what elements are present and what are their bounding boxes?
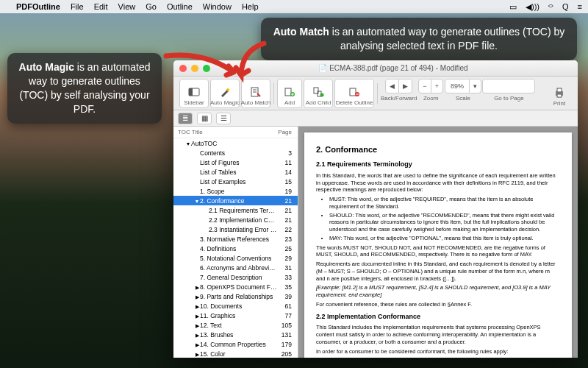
scale-dropdown-icon[interactable]: ▾: [469, 79, 481, 93]
document-window: 📄 ECMA-388.pdf (page 21 of 494) - Modifi…: [173, 60, 578, 358]
menu-outline[interactable]: Outline: [167, 2, 193, 11]
go-to-page-control: Go to Page: [483, 79, 535, 108]
go-to-page-field[interactable]: [482, 79, 535, 93]
menu-edit[interactable]: Edit: [94, 2, 108, 11]
volume-icon[interactable]: ◀))): [526, 2, 539, 12]
view-outline-button[interactable]: ≣: [178, 113, 193, 124]
toc-row[interactable]: ▼2. Conformance21: [173, 196, 298, 205]
scale-control: 89% ▾ Scale: [445, 79, 481, 108]
menu-file[interactable]: File: [71, 2, 84, 11]
menu-view[interactable]: View: [118, 2, 136, 11]
subsection-heading: 2.1 Requirements Terminology: [316, 160, 560, 169]
callout-automatch: Auto Match is an automated way to genera…: [261, 18, 577, 60]
toc-row[interactable]: ▶10. Documents61: [173, 301, 298, 311]
macos-menubar: PDFOutline File Edit View Go Outline Win…: [0, 0, 588, 13]
view-mode-toolbar: ≣ ▦ ☰: [173, 110, 578, 127]
toc-row[interactable]: List of Examples15: [173, 177, 298, 186]
add-button[interactable]: Add: [277, 79, 302, 108]
toc-row[interactable]: 2.2 Implementation Conformance21: [173, 215, 298, 224]
view-thumbnails-button[interactable]: ▦: [197, 113, 212, 124]
toc-row[interactable]: 3. Normative References23: [173, 234, 298, 244]
toc-row[interactable]: ▶13. Brushes131: [173, 330, 298, 339]
scale-value-field[interactable]: 89%: [445, 79, 470, 93]
toc-row[interactable]: 2.3 Instantiating Error Conditions22: [173, 224, 298, 234]
delete-outline-button[interactable]: Delete Outline: [334, 79, 374, 108]
toc-row[interactable]: 6. Acronyms and Abbreviations31: [173, 263, 298, 272]
toc-row[interactable]: ▶14. Common Properties179: [173, 339, 298, 349]
svg-rect-14: [557, 94, 562, 97]
svg-rect-13: [557, 88, 562, 92]
toc-row[interactable]: List of Tables14: [173, 167, 298, 177]
toc-row[interactable]: 7. General Description33: [173, 272, 298, 282]
pdf-page-content: 2. Conformance 2.1 Requirements Terminol…: [304, 132, 572, 358]
toc-row[interactable]: Contents3: [173, 148, 298, 158]
svg-rect-5: [285, 88, 291, 96]
toc-sidebar[interactable]: TOC TitlePage ▼AutoTOCContents3List of F…: [173, 127, 298, 358]
arrow-automatch: [231, 40, 275, 84]
toc-row[interactable]: 4. Definitions25: [173, 244, 298, 253]
forward-button[interactable]: ▶: [398, 79, 412, 93]
zoom-out-button[interactable]: −: [418, 79, 431, 93]
zoom-segment: − + Zoom: [418, 79, 443, 108]
toc-row[interactable]: ▶15. Color205: [173, 349, 298, 358]
menu-window[interactable]: Window: [203, 2, 232, 11]
view-list-button[interactable]: ☰: [216, 113, 231, 124]
back-forward-segment: ◀ ▶ Back/Forward: [381, 79, 417, 108]
menu-help[interactable]: Help: [242, 2, 259, 11]
subsection-heading: 2.2 Implementation Conformance: [316, 313, 560, 322]
wifi-icon[interactable]: ⌔: [548, 2, 553, 12]
toc-row[interactable]: ▼AutoTOC: [173, 138, 298, 148]
zoom-in-button[interactable]: +: [431, 79, 443, 93]
toc-row[interactable]: List of Figures11: [173, 158, 298, 167]
toc-row[interactable]: ▶11. Graphics77: [173, 311, 298, 320]
app-name-menu[interactable]: PDFOutline: [16, 2, 60, 11]
svg-point-9: [320, 93, 324, 96]
menubar-status-icons: ▭ ◀))) ⌔ Q ≡: [509, 2, 582, 12]
menu-icon[interactable]: ≡: [578, 2, 582, 12]
toc-header: TOC TitlePage: [173, 127, 298, 138]
toc-row[interactable]: 1. Scope19: [173, 186, 298, 196]
section-heading: 2. Conformance: [316, 144, 560, 155]
pdf-page-view[interactable]: 2. Conformance 2.1 Requirements Terminol…: [298, 127, 578, 358]
toc-row[interactable]: ▶8. OpenXPS Document Format35: [173, 282, 298, 291]
airplay-icon[interactable]: ▭: [509, 2, 517, 12]
svg-rect-10: [350, 88, 356, 96]
callout-automagic: Auto Magic is an automated way to genera…: [7, 53, 162, 124]
toc-row[interactable]: ▶12. Text105: [173, 320, 298, 330]
toc-row[interactable]: 2.1 Requirements Terminology21: [173, 205, 298, 215]
menu-go[interactable]: Go: [146, 2, 157, 11]
toc-row[interactable]: 5. Notational Conventions29: [173, 253, 298, 263]
toc-row[interactable]: ▶9. Parts and Relationships39: [173, 291, 298, 301]
spotlight-icon[interactable]: Q: [562, 2, 569, 12]
svg-rect-1: [189, 88, 193, 96]
back-button[interactable]: ◀: [385, 79, 399, 93]
add-child-button[interactable]: Add Child: [304, 79, 333, 108]
print-button[interactable]: Print: [547, 79, 572, 108]
